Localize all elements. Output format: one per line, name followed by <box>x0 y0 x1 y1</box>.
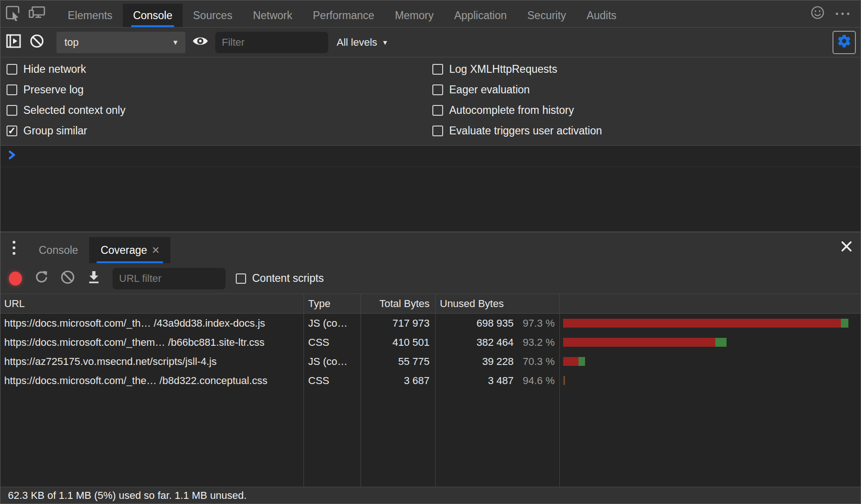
row-total-bytes-cell[interactable]: 55 775 <box>361 352 436 371</box>
feedback-button[interactable] <box>808 6 827 22</box>
column-header-type[interactable]: Type <box>304 294 361 314</box>
usage-bar <box>563 338 727 347</box>
row-url-cell[interactable]: https://docs.microsoft.com/_them… /b66bc… <box>0 333 304 352</box>
coverage-reload-button[interactable] <box>30 268 53 289</box>
unused-bar-segment <box>563 319 841 328</box>
console-messages-area[interactable] <box>0 146 861 231</box>
unused-percent-value: 94.6 % <box>514 375 555 387</box>
row-unused-bytes-cell[interactable]: 39 22870.3 % <box>436 352 560 371</box>
drawer-menu-button[interactable] <box>0 232 28 263</box>
tab-sources[interactable]: Sources <box>183 4 242 27</box>
show-sidebar-button[interactable] <box>3 32 24 53</box>
console-filter-input[interactable] <box>215 32 328 53</box>
context-selector[interactable]: top ▼ <box>56 32 185 53</box>
settings-column-left: Hide networkPreserve logSelected context… <box>0 59 426 141</box>
row-usage-bar-cell[interactable] <box>560 352 861 371</box>
tab-console[interactable]: Console <box>123 4 183 27</box>
coverage-table: URLTypeTotal BytesUnused Byteshttps://do… <box>0 294 861 487</box>
record-icon <box>9 272 22 286</box>
column-header-url[interactable]: URL <box>0 294 304 314</box>
tab-close-icon[interactable]: × <box>152 244 159 257</box>
eye-icon <box>192 35 209 50</box>
row-url-cell[interactable]: https://docs.microsoft.com/_the… /b8d322… <box>0 371 304 390</box>
row-usage-bar-cell[interactable] <box>560 371 861 390</box>
row-usage-bar-cell[interactable] <box>560 333 861 352</box>
setting-label: Group similar <box>23 125 87 137</box>
reload-icon <box>34 270 49 287</box>
checkbox-icon <box>432 84 443 95</box>
checkbox-icon <box>432 105 443 116</box>
setting-label: Selected context only <box>23 104 126 117</box>
content-scripts-checkbox[interactable]: Content scripts <box>236 272 324 285</box>
checkbox-icon <box>7 84 17 95</box>
coverage-record-button[interactable] <box>4 268 27 289</box>
row-usage-bar-cell[interactable] <box>560 314 861 333</box>
console-prompt[interactable] <box>0 146 861 167</box>
tab-elements[interactable]: Elements <box>57 4 123 27</box>
console-settings-panel: Hide networkPreserve logSelected context… <box>0 57 861 146</box>
table-filler-cell <box>0 390 304 487</box>
coverage-toolbar: Content scripts <box>0 263 861 294</box>
table-filler-cell <box>436 390 560 487</box>
unused-percent-value: 70.3 % <box>514 356 555 368</box>
main-tabbar: ElementsConsoleSourcesNetworkPerformance… <box>0 0 861 28</box>
coverage-clear-button[interactable] <box>56 268 79 289</box>
setting-autocomplete-from-history[interactable]: Autocomplete from history <box>426 100 861 120</box>
inspect-cursor-icon <box>4 4 21 24</box>
setting-selected-context-only[interactable]: Selected context only <box>0 100 426 120</box>
row-type-cell[interactable]: CSS <box>304 371 361 390</box>
log-levels-dropdown[interactable]: All levels ▼ <box>337 36 388 49</box>
tab-performance[interactable]: Performance <box>303 4 385 27</box>
table-filler-cell <box>560 390 861 487</box>
console-settings-button[interactable] <box>833 31 856 54</box>
column-header-unused-bytes[interactable]: Unused Bytes <box>436 294 560 314</box>
tab-audits[interactable]: Audits <box>576 4 627 27</box>
drawer-tabbar: ConsoleCoverage× <box>0 232 861 263</box>
row-total-bytes-cell[interactable]: 717 973 <box>361 314 436 333</box>
tab-security[interactable]: Security <box>517 4 576 27</box>
row-type-cell[interactable]: JS (co… <box>304 352 361 371</box>
drawer-tabs: ConsoleCoverage× <box>28 232 170 263</box>
url-filter-input[interactable] <box>113 268 226 289</box>
setting-evaluate-triggers-user-activation[interactable]: Evaluate triggers user activation <box>426 120 861 141</box>
row-type-cell[interactable]: JS (co… <box>304 314 361 333</box>
setting-hide-network[interactable]: Hide network <box>0 59 426 79</box>
row-type-cell[interactable]: CSS <box>304 333 361 352</box>
setting-label: Eager evaluation <box>449 84 530 96</box>
chevron-down-icon: ▼ <box>172 38 179 46</box>
drawer-close-button[interactable] <box>833 232 861 263</box>
row-unused-bytes-cell[interactable]: 3 48794.6 % <box>436 371 560 390</box>
tab-memory[interactable]: Memory <box>385 4 444 27</box>
setting-label: Log XMLHttpRequests <box>449 63 557 76</box>
table-filler-cell <box>361 390 436 487</box>
setting-eager-evaluation[interactable]: Eager evaluation <box>426 79 861 100</box>
clear-console-button[interactable] <box>27 32 47 53</box>
setting-preserve-log[interactable]: Preserve log <box>0 79 426 100</box>
setting-group-similar[interactable]: Group similar <box>0 120 426 141</box>
setting-log-xmlhttprequests[interactable]: Log XMLHttpRequests <box>426 59 861 79</box>
row-url-cell[interactable]: https://az725175.vo.msecnd.net/scripts/j… <box>0 352 304 371</box>
row-url-cell[interactable]: https://docs.microsoft.com/_th… /43a9dd3… <box>0 314 304 333</box>
inspect-element-button[interactable] <box>0 0 25 27</box>
column-header-label: Unused Bytes <box>436 298 504 310</box>
tab-application[interactable]: Application <box>444 4 517 27</box>
column-header-total-bytes[interactable]: Total Bytes <box>361 294 436 314</box>
row-total-bytes-cell[interactable]: 410 501 <box>361 333 436 352</box>
row-total-bytes-cell[interactable]: 3 687 <box>361 371 436 390</box>
drawer-tab-label: Coverage <box>100 244 147 257</box>
row-unused-bytes-cell[interactable]: 698 93597.3 % <box>436 314 560 333</box>
more-options-button[interactable] <box>831 13 854 15</box>
row-unused-bytes-cell[interactable]: 382 46493.2 % <box>436 333 560 352</box>
used-bar-segment <box>715 338 727 347</box>
drawer: ConsoleCoverage× <box>0 231 861 504</box>
tab-network[interactable]: Network <box>243 4 303 27</box>
drawer-tab-console[interactable]: Console <box>28 237 89 263</box>
devtools-window: ElementsConsoleSourcesNetworkPerformance… <box>0 0 861 504</box>
table-filler-cell <box>304 390 361 487</box>
drawer-tab-coverage[interactable]: Coverage× <box>89 237 170 263</box>
coverage-export-button[interactable] <box>83 268 105 289</box>
column-header-usage[interactable] <box>560 294 861 314</box>
live-expression-button[interactable] <box>188 32 212 53</box>
used-bar-segment <box>841 319 849 328</box>
device-toolbar-button[interactable] <box>25 0 49 27</box>
